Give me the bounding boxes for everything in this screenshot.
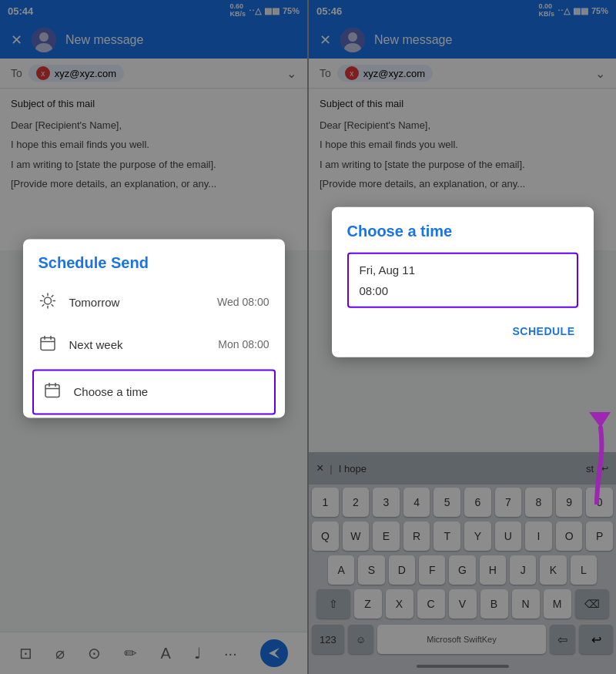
svg-rect-16: [45, 384, 59, 397]
svg-marker-23: [589, 412, 611, 428]
annotation-arrow: [543, 404, 612, 505]
tomorrow-item[interactable]: Tomorrow Wed 08:00: [23, 281, 285, 324]
time-input-time: 08:00: [360, 284, 566, 297]
svg-line-11: [42, 304, 44, 306]
svg-line-9: [52, 304, 53, 306]
choose-time-label: Choose a time: [74, 385, 265, 398]
left-panel: 05:44 0.60KB/s ⋅⋅△ ▩▩ 75% ✕ New message …: [0, 0, 307, 674]
clock-calendar-icon: [43, 381, 62, 402]
choose-time-title: Choose a time: [347, 223, 578, 240]
svg-rect-12: [41, 337, 55, 350]
next-week-time: Mon 08:00: [218, 338, 269, 350]
svg-point-3: [44, 297, 51, 303]
svg-line-10: [52, 295, 53, 297]
schedule-send-dialog: Schedule Send Tomorrow Wed 08:00: [23, 239, 285, 417]
choose-time-item[interactable]: Choose a time: [32, 369, 276, 414]
next-week-item[interactable]: Next week Mon 08:00: [23, 324, 285, 366]
schedule-button[interactable]: SCHEDULE: [509, 320, 578, 342]
svg-line-8: [42, 295, 44, 297]
calendar-brief-icon: [38, 334, 57, 355]
sun-icon: [38, 292, 57, 313]
choose-time-actions: SCHEDULE: [347, 320, 578, 342]
right-panel: 05:46 0.00KB/s ⋅⋅△ ▩▩ 75% ✕ New message …: [309, 0, 616, 674]
tomorrow-time: Wed 08:00: [217, 296, 269, 308]
next-week-label: Next week: [69, 338, 206, 351]
time-input-date: Fri, Aug 11: [360, 263, 566, 277]
tomorrow-label: Tomorrow: [69, 296, 206, 309]
choose-time-dialog: Choose a time Fri, Aug 11 08:00 SCHEDULE: [332, 207, 594, 357]
time-input-box[interactable]: Fri, Aug 11 08:00: [347, 253, 578, 308]
schedule-send-title: Schedule Send: [23, 239, 285, 281]
